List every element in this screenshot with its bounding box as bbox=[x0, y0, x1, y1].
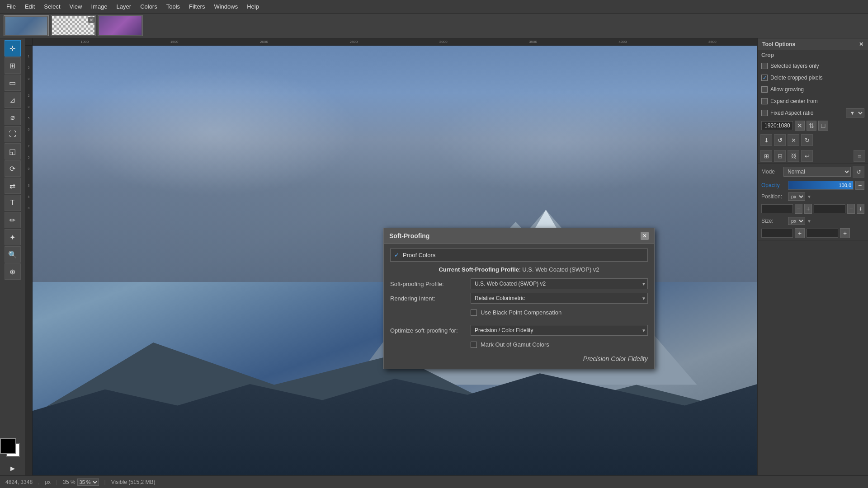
tool-fuzzy-select[interactable]: ⌀ bbox=[5, 109, 21, 125]
panel-close-icon[interactable]: ✕ bbox=[859, 41, 863, 47]
layers-icon[interactable]: ⊞ bbox=[760, 150, 772, 162]
gamut-checkbox[interactable] bbox=[471, 342, 477, 348]
tool-transform[interactable]: ◱ bbox=[5, 143, 21, 160]
size-h-input[interactable]: 0 bbox=[807, 229, 838, 238]
size-unit-arrow: ▼ bbox=[807, 219, 811, 224]
mode-select[interactable]: Normal bbox=[783, 167, 851, 177]
tool-color-picker[interactable]: ✏ bbox=[5, 212, 21, 228]
fixed-aspect-row: Fixed Aspect ratio ▼ bbox=[758, 107, 868, 119]
fixed-aspect-checkbox[interactable] bbox=[761, 110, 768, 116]
menu-select[interactable]: Select bbox=[39, 1, 65, 12]
menu-help[interactable]: Help bbox=[242, 1, 264, 12]
menu-view[interactable]: View bbox=[65, 1, 87, 12]
extra-icon[interactable]: ≡ bbox=[854, 150, 865, 162]
size-h-inc-btn[interactable]: + bbox=[840, 228, 850, 238]
menu-colors[interactable]: Colors bbox=[136, 1, 162, 12]
pos-y-input[interactable]: 342 bbox=[814, 204, 845, 213]
rendering-intent-wrapper: Relative Colorimetric ▼ bbox=[471, 293, 648, 304]
tool-healing[interactable]: ✦ bbox=[5, 229, 21, 245]
download-icon[interactable]: ⬇ bbox=[760, 134, 772, 146]
zoom-select[interactable]: 35 % bbox=[77, 479, 99, 486]
current-profile-value: U.S. Web Coated (SWOP) v2 bbox=[522, 266, 599, 273]
aspect-ratio-select[interactable]: ▼ bbox=[846, 108, 864, 117]
tab-transparent[interactable]: ✕ bbox=[51, 15, 96, 36]
softproofing-profile-row: Soft-proofing Profile: U.S. Web Coated (… bbox=[390, 278, 648, 289]
tool-align[interactable]: ⊞ bbox=[5, 57, 21, 74]
menu-filters[interactable]: Filters bbox=[184, 1, 209, 12]
dialog-close-btn[interactable]: ✕ bbox=[641, 232, 649, 240]
selected-layers-row: Selected layers only bbox=[758, 60, 868, 72]
tool-selection[interactable]: ▭ bbox=[5, 75, 21, 91]
pos-y-inc-btn[interactable]: + bbox=[857, 204, 864, 214]
size-w-input[interactable]: 0 bbox=[761, 229, 793, 238]
fixed-aspect-label: Fixed Aspect ratio bbox=[770, 110, 843, 116]
unlink-icon[interactable]: ↩ bbox=[801, 150, 813, 162]
crop-swap-btn[interactable]: ⇅ bbox=[807, 121, 816, 131]
black-point-checkbox[interactable] bbox=[471, 310, 477, 316]
size-w-inc-btn[interactable]: + bbox=[795, 228, 805, 238]
menu-edit[interactable]: Edit bbox=[20, 1, 39, 12]
pos-y-dec-btn[interactable]: − bbox=[847, 204, 855, 214]
tab-thumbnail-purple bbox=[99, 16, 142, 35]
position-unit-arrow: ▼ bbox=[807, 194, 811, 199]
black-point-row: Use Black Point Compensation bbox=[390, 307, 648, 318]
opacity-decrease-btn[interactable]: − bbox=[855, 181, 864, 190]
opacity-value: 100,0 bbox=[839, 183, 851, 188]
tool-options-title: Tool Options ✕ bbox=[758, 38, 868, 50]
crop-clear-btn[interactable]: ✕ bbox=[795, 121, 805, 131]
tool-flip[interactable]: ⇄ bbox=[5, 178, 21, 194]
playback-btn[interactable]: ▶ bbox=[10, 465, 15, 474]
proof-colors-row[interactable]: ✓ Proof Colors bbox=[390, 249, 648, 262]
dialog-body: ✓ Proof Colors Current Soft-Proofing Pro… bbox=[384, 244, 654, 369]
pos-x-input[interactable]: 843 bbox=[761, 204, 793, 213]
tool-warp[interactable]: ⟳ bbox=[5, 160, 21, 177]
pos-xy-row: 843 − + 342 − + bbox=[758, 202, 868, 216]
position-row: Position: px ▼ bbox=[758, 191, 868, 202]
opacity-label: Opacity bbox=[761, 182, 786, 188]
tool-text[interactable]: T bbox=[5, 195, 21, 211]
tool-crop[interactable]: ⛶ bbox=[5, 126, 21, 142]
tab-landscape[interactable] bbox=[4, 15, 49, 36]
softproofing-profile-select[interactable]: U.S. Web Coated (SWOP) v2 bbox=[471, 278, 648, 289]
mode-reset-icon[interactable]: ↺ bbox=[853, 166, 864, 178]
size-unit-select[interactable]: px bbox=[788, 217, 805, 225]
crop-value-input[interactable]: 1920:1080 bbox=[761, 121, 793, 130]
grid-icon[interactable]: ⊟ bbox=[774, 150, 786, 162]
current-profile-title: Current Soft-Proofing Profile bbox=[439, 266, 519, 273]
tab-close-transparent[interactable]: ✕ bbox=[88, 17, 94, 23]
tool-measure[interactable]: ⊕ bbox=[5, 263, 21, 280]
allow-growing-label: Allow growing bbox=[770, 86, 864, 93]
optimize-select[interactable]: Precision / Color Fidelity bbox=[471, 325, 648, 336]
menu-windows[interactable]: Windows bbox=[209, 1, 242, 12]
delete-cropped-checkbox[interactable]: ✓ bbox=[761, 75, 768, 81]
menu-image[interactable]: Image bbox=[86, 1, 112, 12]
link-icon[interactable]: ⛓ bbox=[788, 150, 799, 162]
black-point-label: Use Black Point Compensation bbox=[481, 309, 561, 316]
reset-icon[interactable]: ↺ bbox=[774, 134, 786, 146]
delete-icon[interactable]: ✕ bbox=[788, 134, 799, 146]
redo-icon[interactable]: ↻ bbox=[801, 134, 813, 146]
allow-growing-checkbox[interactable] bbox=[761, 86, 768, 93]
current-profile-row: Current Soft-Proofing Profile: U.S. Web … bbox=[390, 266, 648, 273]
pos-x-inc-btn[interactable]: + bbox=[804, 204, 812, 214]
tab-thumbnail-landscape bbox=[5, 16, 47, 35]
expand-center-checkbox[interactable] bbox=[761, 98, 768, 104]
dialog-titlebar: Soft-Proofing ✕ bbox=[384, 228, 654, 244]
tool-zoom[interactable]: 🔍 bbox=[5, 246, 21, 263]
delete-cropped-row: ✓ Delete cropped pixels bbox=[758, 72, 868, 84]
rendering-intent-select[interactable]: Relative Colorimetric bbox=[471, 293, 648, 304]
tab-purple[interactable] bbox=[98, 15, 143, 36]
opacity-bar[interactable]: 100,0 bbox=[788, 181, 854, 190]
crop-save-btn[interactable]: □ bbox=[818, 121, 828, 131]
position-unit-select[interactable]: px bbox=[788, 192, 805, 201]
tool-move[interactable]: ✛ bbox=[5, 40, 21, 56]
selected-layers-checkbox[interactable] bbox=[761, 63, 768, 69]
tool-free-select[interactable]: ⊿ bbox=[5, 92, 21, 108]
menu-file[interactable]: File bbox=[2, 1, 20, 12]
pos-x-dec-btn[interactable]: − bbox=[795, 204, 802, 214]
menu-layer[interactable]: Layer bbox=[112, 1, 136, 12]
menu-tools[interactable]: Tools bbox=[162, 1, 184, 12]
proof-check-icon: ✓ bbox=[394, 252, 399, 258]
swatch-foreground[interactable] bbox=[0, 438, 16, 454]
mode-label: Mode bbox=[761, 169, 782, 175]
